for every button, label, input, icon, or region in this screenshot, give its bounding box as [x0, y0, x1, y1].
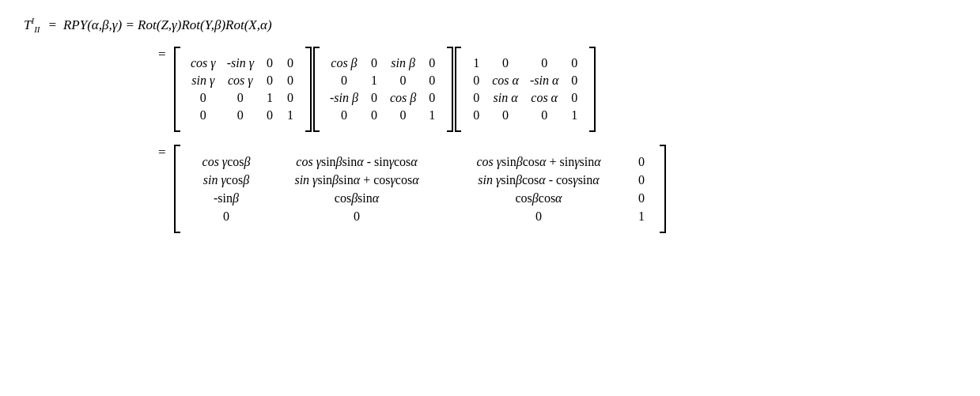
- left-bracket-3: [455, 47, 461, 132]
- main-container: TIII = RPY(α,β,γ) = Rot(Z,γ)Rot(Y,β)Rot(…: [24, 16, 956, 233]
- matrix-product: cos γ -sin γ 0 0 sin γ cos γ 0 0 0 0: [174, 47, 596, 132]
- cell: 1: [634, 209, 649, 224]
- result-matrix: cos γcosβ cos γsinβsinα - sinγcosα cos γ…: [174, 145, 666, 233]
- cell: 0: [387, 73, 419, 89]
- cell: 0: [187, 90, 219, 106]
- cell: 0: [468, 107, 484, 123]
- right-bracket-1: [305, 47, 312, 132]
- cell: cos γsinβsinα - sinγcosα: [270, 154, 444, 170]
- cell: 0: [282, 55, 298, 71]
- cell: 0: [366, 55, 382, 71]
- cell: 0: [566, 73, 582, 89]
- cell: 0: [191, 209, 262, 224]
- cell: 0: [282, 90, 298, 106]
- matrix-eq-lhs: =: [24, 47, 174, 62]
- cell: 1: [366, 73, 382, 89]
- cell: cos β: [327, 55, 361, 71]
- cell: sin γsinβsinα + cosγcosα: [270, 172, 444, 188]
- cell: 1: [468, 55, 484, 71]
- cell: 0: [262, 107, 278, 123]
- cell: 1: [424, 107, 440, 123]
- cell: 0: [327, 107, 361, 123]
- matrix-1: cos γ -sin γ 0 0 sin γ cos γ 0 0 0 0: [174, 47, 312, 132]
- table-row: -sinβ cosβsinα cosβcosα 0: [191, 190, 649, 206]
- right-bracket-2: [447, 47, 453, 132]
- cell: 0: [327, 73, 361, 89]
- cell: 0: [424, 55, 440, 71]
- rpy-expression: RPY(α,β,γ) = Rot(Z,γ)Rot(Y,β)Rot(X,α): [63, 17, 272, 33]
- matrix-3: 1 0 0 0 0 cos α -sin α 0 0 sin α cos: [455, 47, 596, 132]
- table-row: 0 0 0 1: [468, 107, 582, 123]
- cell: cos γsinβcosα + sinγsinα: [452, 154, 626, 170]
- cell: sin γ: [187, 73, 219, 89]
- cell: 0: [527, 107, 562, 123]
- cell: 0: [187, 107, 219, 123]
- result-matrix-equation: = cos γcosβ cos γsinβsinα - sinγcosα cos…: [24, 145, 956, 233]
- cell: 0: [224, 107, 257, 123]
- lhs-sub: II: [34, 25, 40, 34]
- right-bracket-result: [660, 145, 666, 233]
- cell: 0: [489, 55, 522, 71]
- matrix-2-table: cos β 0 sin β 0 0 1 0 0 -sin β 0 cos: [322, 54, 445, 125]
- table-row: cos β 0 sin β 0: [327, 55, 440, 71]
- cell: 0: [387, 107, 419, 123]
- table-row: 1 0 0 0: [468, 55, 582, 71]
- cell: 0: [262, 55, 278, 71]
- cell: 0: [634, 172, 649, 188]
- cell: 0: [270, 209, 444, 224]
- table-row: 0 0 0 1: [191, 209, 649, 224]
- equals-sign-2: =: [158, 145, 166, 160]
- cell: -sin α: [527, 73, 562, 89]
- cell: cos γ: [224, 73, 257, 89]
- cell: cos β: [387, 90, 419, 106]
- matrix-1-table: cos γ -sin γ 0 0 sin γ cos γ 0 0 0 0: [183, 54, 303, 125]
- table-row: 0 cos α -sin α 0: [468, 73, 582, 89]
- cell: sin γcosβ: [191, 172, 262, 188]
- cell: sin α: [489, 90, 522, 106]
- table-row: 0 1 0 0: [327, 73, 440, 89]
- cell: 1: [282, 107, 298, 123]
- cell: 0: [366, 90, 382, 106]
- cell: 0: [366, 107, 382, 123]
- result-matrix-table: cos γcosβ cos γsinβsinα - sinγcosα cos γ…: [183, 152, 657, 227]
- cell: -sin β: [327, 90, 361, 106]
- cell: cos γcosβ: [191, 154, 262, 170]
- cell: 0: [566, 90, 582, 106]
- cell: 0: [527, 55, 562, 71]
- cell: 0: [489, 107, 522, 123]
- left-bracket-2: [313, 47, 320, 132]
- cell: 0: [424, 73, 440, 89]
- result-eq-lhs: =: [24, 145, 174, 160]
- cell: 0: [468, 73, 484, 89]
- left-bracket-result: [174, 145, 180, 233]
- table-row: sin γ cos γ 0 0: [187, 73, 298, 89]
- cell: 0: [262, 73, 278, 89]
- right-bracket-3: [589, 47, 596, 132]
- cell: 0: [224, 90, 257, 106]
- table-row: sin γcosβ sin γsinβsinα + cosγcosα sin γ…: [191, 172, 649, 188]
- cell: cos α: [527, 90, 562, 106]
- cell: 0: [566, 55, 582, 71]
- cell: cosβsinα: [270, 190, 444, 206]
- table-row: 0 0 1 0: [187, 90, 298, 106]
- table-row: cos γcosβ cos γsinβsinα - sinγcosα cos γ…: [191, 154, 649, 170]
- left-bracket-1: [174, 47, 180, 132]
- table-row: -sin β 0 cos β 0: [327, 90, 440, 106]
- first-matrix-equation: = cos γ -sin γ 0 0 sin γ cos γ 0: [24, 47, 956, 132]
- cell: cosβcosα: [452, 190, 626, 206]
- eq1: =: [47, 17, 56, 33]
- cell: cos α: [489, 73, 522, 89]
- matrix-3-table: 1 0 0 0 0 cos α -sin α 0 0 sin α cos: [464, 54, 587, 125]
- table-row: cos γ -sin γ 0 0: [187, 55, 298, 71]
- cell: -sin γ: [224, 55, 257, 71]
- equals-sign-1: =: [158, 47, 166, 62]
- cell: sin γsinβcosα - cosγsinα: [452, 172, 626, 188]
- table-row: 0 sin α cos α 0: [468, 90, 582, 106]
- cell: 1: [566, 107, 582, 123]
- table-row: 0 0 0 1: [327, 107, 440, 123]
- cell: -sinβ: [191, 190, 262, 206]
- matrix-2: cos β 0 sin β 0 0 1 0 0 -sin β 0 cos: [313, 47, 453, 132]
- top-formula-line: TIII = RPY(α,β,γ) = Rot(Z,γ)Rot(Y,β)Rot(…: [24, 16, 956, 34]
- cell: 0: [282, 73, 298, 89]
- cell: 0: [424, 90, 440, 106]
